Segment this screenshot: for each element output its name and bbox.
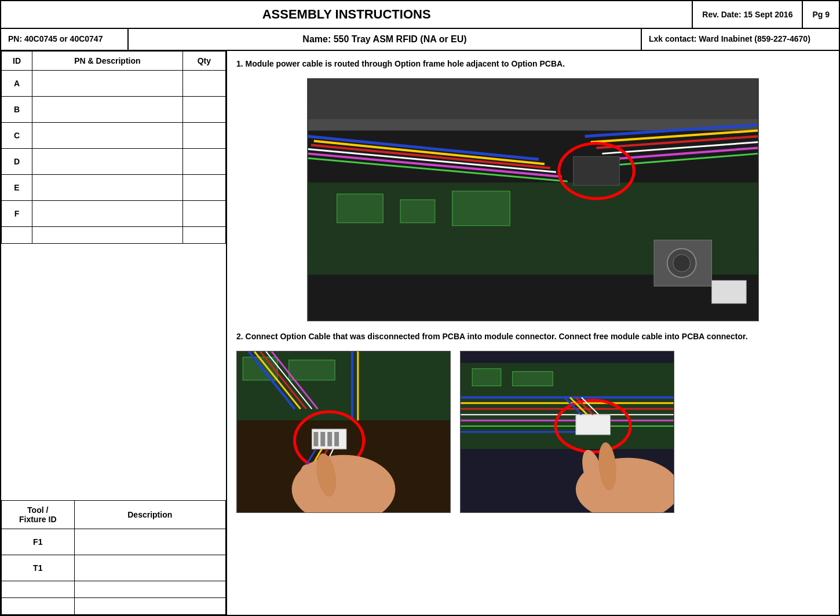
svg-rect-18 — [452, 191, 510, 226]
step-2-image-left — [236, 351, 451, 513]
svg-rect-40 — [327, 432, 332, 446]
sub-header: PN: 40C0745 or 40C0747 Name: 550 Tray AS… — [1, 29, 839, 51]
svg-point-23 — [673, 254, 691, 272]
part-row-pn — [32, 200, 183, 226]
table-spacer — [1, 244, 226, 500]
part-number: PN: 40C0745 or 40C0747 — [1, 29, 129, 50]
step-1-image — [307, 78, 759, 321]
page-title: ASSEMBLY INSTRUCTIONS — [1, 1, 693, 28]
step-2-number: 2. — [236, 332, 246, 341]
page: ASSEMBLY INSTRUCTIONS Rev. Date: 15 Sept… — [0, 0, 840, 616]
parts-table-row — [2, 226, 226, 243]
tool-table-row: F1 — [2, 529, 226, 555]
svg-rect-28 — [289, 360, 335, 380]
step-1-text: 1. Module power cable is routed through … — [236, 58, 830, 70]
fixture-id-cell — [2, 598, 75, 615]
part-row-id: F — [2, 200, 32, 226]
step-2-left-svg — [237, 351, 450, 512]
tool-table-row — [2, 598, 226, 615]
fixture-desc-cell — [74, 555, 226, 581]
col-header-pn: PN & Description — [32, 51, 183, 70]
header: ASSEMBLY INSTRUCTIONS Rev. Date: 15 Sept… — [1, 1, 839, 29]
part-row-pn — [32, 122, 183, 148]
assembly-name: Name: 550 Tray ASM RFID (NA or EU) — [129, 29, 642, 50]
step-2-text: 2. Connect Option Cable that was disconn… — [236, 331, 830, 343]
svg-rect-20 — [574, 156, 620, 185]
step-1-number: 1. — [236, 59, 246, 68]
contact-info: Lxk contact: Ward Inabinet (859-227-4670… — [642, 29, 839, 50]
part-row-id — [2, 226, 32, 243]
svg-rect-38 — [313, 432, 318, 446]
svg-rect-62 — [576, 415, 611, 435]
part-row-id: C — [2, 122, 32, 148]
part-row-qty — [182, 174, 225, 200]
tool-table-row — [2, 581, 226, 598]
step-2-description: Connect Option Cable that was disconnect… — [246, 332, 748, 341]
parts-table-row: A — [2, 70, 226, 96]
left-column: ID PN & Description Qty ABCDEF Tool /Fix… — [1, 51, 227, 615]
part-row-pn — [32, 70, 183, 96]
part-row-qty — [182, 200, 225, 226]
part-row-qty — [182, 122, 225, 148]
page-number: Pg 9 — [803, 1, 839, 28]
step-1-svg — [308, 79, 758, 321]
fixture-desc-cell — [74, 529, 226, 555]
part-row-qty — [182, 148, 225, 174]
fixture-id-cell: F1 — [2, 529, 75, 555]
step-2-images — [236, 351, 830, 513]
parts-table-row: C — [2, 122, 226, 148]
col-header-qty: Qty — [182, 51, 225, 70]
svg-rect-52 — [472, 368, 501, 386]
rev-date: Rev. Date: 15 Sept 2016 — [693, 1, 803, 28]
part-row-id: D — [2, 148, 32, 174]
main-content: ID PN & Description Qty ABCDEF Tool /Fix… — [1, 51, 839, 615]
part-row-qty — [182, 96, 225, 122]
header-right: Rev. Date: 15 Sept 2016 Pg 9 — [693, 1, 839, 28]
part-row-pn — [32, 148, 183, 174]
step-1-description: Module power cable is routed through Opt… — [246, 59, 565, 68]
col-header-fixture: Tool /Fixture ID — [2, 501, 75, 529]
svg-rect-24 — [712, 280, 747, 303]
parts-table: ID PN & Description Qty ABCDEF — [1, 51, 226, 244]
part-row-pn — [32, 226, 183, 243]
tool-table: Tool /Fixture ID Description F1T1 — [1, 500, 226, 615]
fixture-desc-cell — [74, 598, 226, 615]
parts-table-row: D — [2, 148, 226, 174]
part-row-id: A — [2, 70, 32, 96]
svg-rect-16 — [337, 194, 384, 223]
svg-rect-53 — [513, 371, 553, 386]
step-1-image-container — [236, 78, 830, 321]
fixture-id-cell: T1 — [2, 555, 75, 581]
part-row-qty — [182, 226, 225, 243]
svg-rect-27 — [243, 357, 277, 380]
part-row-id: E — [2, 174, 32, 200]
part-row-qty — [182, 70, 225, 96]
part-row-pn — [32, 174, 183, 200]
parts-table-row: B — [2, 96, 226, 122]
parts-table-row: F — [2, 200, 226, 226]
step-1-section: 1. Module power cable is routed through … — [236, 58, 830, 321]
step-2-image-right — [460, 351, 674, 513]
col-header-desc: Description — [74, 501, 226, 529]
svg-rect-17 — [400, 200, 435, 223]
fixture-id-cell — [2, 581, 75, 598]
col-header-id: ID — [2, 51, 32, 70]
step-2-right-svg — [461, 351, 674, 512]
fixture-desc-cell — [74, 581, 226, 598]
svg-rect-2 — [308, 79, 758, 125]
parts-table-row: E — [2, 174, 226, 200]
tool-table-row: T1 — [2, 555, 226, 581]
part-row-id: B — [2, 96, 32, 122]
part-row-pn — [32, 96, 183, 122]
step-2-section: 2. Connect Option Cable that was disconn… — [236, 331, 830, 513]
svg-rect-39 — [320, 432, 325, 446]
right-column: 1. Module power cable is routed through … — [227, 51, 839, 615]
svg-rect-41 — [334, 432, 339, 446]
